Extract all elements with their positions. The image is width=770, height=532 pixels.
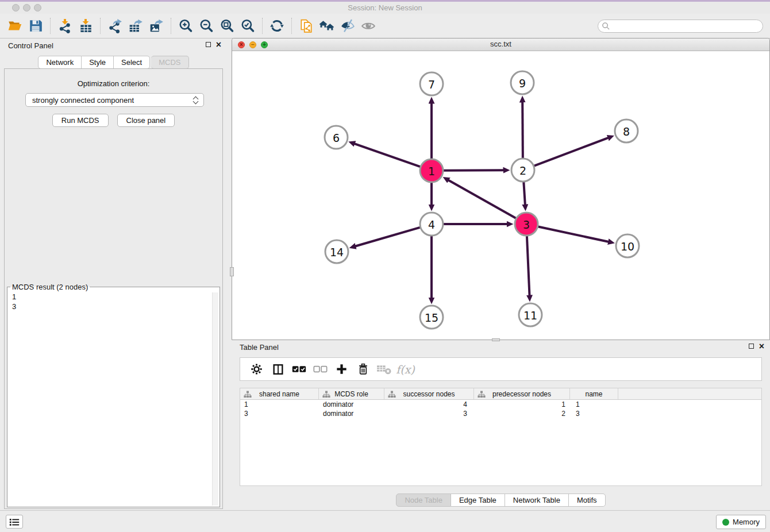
tab-style[interactable]: Style [82, 56, 114, 69]
node-10[interactable]: 10 [616, 234, 639, 257]
node-3[interactable]: 3 [515, 213, 538, 236]
column-header-successor-nodes[interactable]: successor nodes [384, 388, 474, 399]
node-14[interactable]: 14 [325, 240, 348, 263]
search-icon [602, 22, 610, 30]
edge-3-11[interactable] [527, 236, 530, 296]
tab-network[interactable]: Network [38, 56, 82, 69]
edge-2-3[interactable] [523, 182, 525, 205]
toolbar-separator [291, 18, 292, 34]
table-panel: Table Panel × [232, 340, 770, 510]
refresh-icon [270, 18, 284, 33]
table-row[interactable]: 3 dominator 3 2 3 [240, 409, 761, 418]
toolbar-separator [262, 18, 263, 34]
tab-edge-table[interactable]: Edge Table [451, 494, 505, 507]
control-panel: Control Panel × Network Style Select MCD… [0, 38, 227, 510]
hierarchy-icon [244, 391, 252, 398]
zoom-fit-button[interactable] [217, 16, 237, 36]
table-panel-title: Table Panel [240, 343, 279, 352]
tab-mcds[interactable]: MCDS [151, 56, 188, 69]
edge-3-1[interactable] [448, 180, 516, 218]
criterion-dropdown[interactable]: strongly connected component [25, 93, 204, 107]
trash-icon [357, 363, 369, 376]
hierarchy-icon [388, 391, 396, 398]
refresh-button[interactable] [267, 16, 287, 36]
zoom-in-button[interactable] [175, 16, 196, 36]
open-folder-icon [7, 18, 22, 33]
export-image-button[interactable] [146, 16, 167, 36]
tab-node-table[interactable]: Node Table [396, 494, 451, 507]
control-panel-title: Control Panel [8, 41, 53, 50]
node-15[interactable]: 15 [420, 306, 443, 329]
memory-button[interactable]: Memory [716, 515, 766, 529]
clone-network-icon [299, 18, 314, 33]
zoom-out-button[interactable] [196, 16, 217, 36]
close-panel-icon[interactable]: × [216, 41, 221, 48]
vertical-splitter-handle[interactable] [230, 267, 234, 276]
toolbar-search [598, 20, 763, 33]
node-9[interactable]: 9 [511, 71, 534, 94]
column-header-predecessor-nodes[interactable]: predecessor nodes [474, 388, 570, 399]
add-column-button[interactable] [331, 361, 352, 378]
column-header-name[interactable]: name [570, 388, 618, 399]
export-network-button[interactable] [105, 16, 125, 36]
result-line: 1 [12, 292, 215, 302]
float-table-panel-icon[interactable] [749, 344, 754, 349]
memory-label: Memory [733, 518, 760, 526]
edge-1-2[interactable] [444, 170, 504, 171]
import-table-button[interactable] [75, 16, 96, 36]
edge-3-10[interactable] [538, 226, 609, 242]
node-8[interactable]: 8 [615, 119, 638, 142]
table-row[interactable]: 1 dominator 4 1 1 [240, 400, 761, 409]
checked-boxes-icon [292, 364, 307, 374]
edge-2-8[interactable] [534, 138, 609, 166]
export-network-icon [107, 18, 122, 33]
panel-list-button[interactable] [6, 515, 23, 529]
table-settings-button[interactable] [246, 361, 267, 378]
node-6[interactable]: 6 [325, 126, 348, 149]
zoom-selected-button[interactable] [237, 16, 258, 36]
table-panel-header: Table Panel × [232, 340, 770, 355]
import-network-button[interactable] [55, 16, 75, 36]
node-11[interactable]: 11 [519, 303, 542, 326]
cell-shared-name: 1 [240, 400, 319, 409]
column-browser-button[interactable] [267, 361, 288, 378]
node-4[interactable]: 4 [420, 213, 443, 236]
export-table-icon [128, 18, 143, 33]
status-bar: Memory [0, 510, 770, 532]
select-all-button[interactable] [288, 361, 310, 378]
delete-column-button[interactable] [352, 361, 374, 378]
node-label: 2 [519, 164, 526, 177]
show-preview-button[interactable] [358, 16, 379, 36]
home-button[interactable] [317, 16, 337, 36]
edge-4-14[interactable] [355, 228, 420, 246]
tab-select[interactable]: Select [114, 56, 150, 69]
delete-table-icon [376, 363, 392, 375]
node-7[interactable]: 7 [420, 72, 443, 95]
save-session-button[interactable] [25, 16, 46, 36]
hide-selection-button[interactable] [337, 16, 358, 36]
node-1[interactable]: 1 [420, 159, 443, 182]
export-table-button[interactable] [125, 16, 146, 36]
edge-1-6[interactable] [354, 144, 420, 167]
network-window-titlebar[interactable]: × − + scc.txt [232, 38, 769, 51]
search-input[interactable] [598, 20, 763, 33]
toolbar-separator [171, 18, 171, 34]
open-session-button[interactable] [5, 16, 25, 36]
eye-slash-icon [340, 18, 355, 33]
close-table-panel-icon[interactable]: × [759, 343, 764, 349]
delete-table-button [374, 361, 395, 378]
network-canvas[interactable]: 7968124314101511 [232, 51, 769, 340]
application-window: Session: New Session [0, 0, 770, 532]
deselect-all-button[interactable] [310, 361, 331, 378]
column-header-mcds-role[interactable]: MCDS role [319, 388, 384, 399]
clone-network-button[interactable] [296, 16, 317, 36]
run-mcds-button[interactable]: Run MCDS [52, 114, 109, 127]
edge-2-9[interactable] [522, 102, 523, 158]
column-header-shared-name[interactable]: shared name [240, 388, 319, 399]
float-panel-icon[interactable] [206, 42, 211, 47]
tab-motifs[interactable]: Motifs [569, 494, 606, 507]
close-panel-button[interactable]: Close panel [117, 114, 175, 127]
result-scrollbar[interactable] [212, 292, 218, 506]
node-2[interactable]: 2 [511, 159, 534, 182]
tab-network-table[interactable]: Network Table [505, 494, 569, 507]
